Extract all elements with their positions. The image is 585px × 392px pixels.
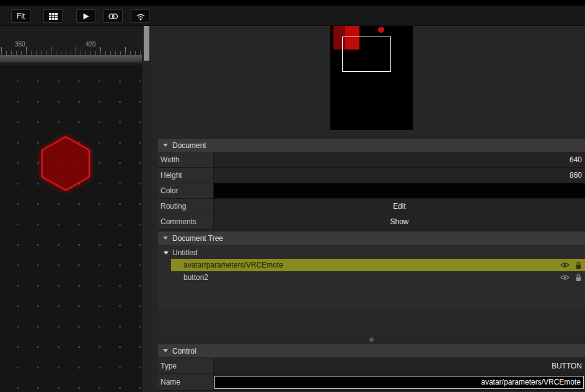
document-section-title: Document — [172, 141, 206, 150]
property-row-name: Name — [158, 374, 585, 391]
name-input[interactable] — [214, 376, 584, 389]
tree-item-button2[interactable]: button2 — [158, 271, 585, 284]
panel-splitter-handle[interactable] — [369, 338, 374, 342]
tree-root-untitled[interactable]: Untitled — [158, 246, 585, 259]
document-section-header[interactable]: Document — [158, 139, 585, 152]
color-swatch[interactable] — [214, 183, 585, 198]
fit-button-label: Fit — [17, 12, 25, 20]
collapse-arrow-icon — [163, 237, 168, 240]
property-row-color: Color — [158, 183, 585, 199]
height-label: Height — [158, 168, 214, 183]
app-window: Fit — [0, 0, 585, 392]
lock-icon[interactable] — [575, 274, 582, 282]
inspector-panel: Document Width 640 Height 860 Color Rout… — [151, 26, 585, 392]
play-button[interactable] — [76, 9, 95, 23]
tree-empty-stripe — [158, 310, 585, 322]
ruler-band — [0, 55, 142, 63]
ruler-minor-ticks — [1, 51, 142, 55]
horizontal-ruler: 350 420 — [0, 26, 142, 65]
link-icon — [108, 12, 118, 20]
collapse-arrow-icon — [163, 144, 168, 147]
link-button[interactable] — [103, 9, 123, 23]
wireless-icon — [136, 12, 146, 20]
property-row-comments: Comments Show — [158, 214, 585, 230]
property-row-routing: Routing Edit — [158, 199, 585, 214]
canvas-vertical-scrollbar[interactable] — [142, 26, 151, 392]
editor-canvas[interactable]: 350 420 — [0, 26, 142, 392]
play-icon — [82, 12, 90, 20]
preview-artboard[interactable] — [330, 26, 413, 130]
width-label: Width — [158, 152, 214, 167]
tree-item-label: button2 — [183, 273, 208, 282]
grid-icon — [48, 12, 58, 20]
color-label: Color — [158, 183, 214, 198]
visibility-eye-icon[interactable] — [560, 274, 570, 281]
comments-label: Comments — [158, 214, 214, 229]
scrollbar-thumb[interactable] — [144, 26, 149, 61]
expand-arrow-icon — [164, 251, 169, 255]
lock-icon[interactable] — [575, 261, 582, 269]
type-value[interactable]: BUTTON — [214, 359, 585, 373]
name-value-cell — [214, 374, 585, 390]
property-row-type: Type BUTTON — [158, 359, 585, 374]
collapse-arrow-icon — [163, 349, 168, 352]
wireless-button[interactable] — [131, 9, 150, 23]
control-section-title: Control — [172, 347, 196, 355]
toolbar: Fit — [0, 0, 585, 26]
hexagon-node[interactable] — [35, 133, 97, 194]
property-row-height: Height 860 — [158, 168, 585, 183]
type-label: Type — [158, 359, 214, 373]
preview-selection-frame — [342, 37, 391, 72]
tree-empty-stripe — [158, 322, 585, 334]
tree-item-vrcemote[interactable]: avatar/parameters/VRCEmote — [158, 259, 585, 271]
routing-label: Routing — [158, 199, 214, 214]
tree-root-label: Untitled — [172, 248, 198, 257]
control-section-header[interactable]: Control — [158, 344, 585, 357]
document-tree-section-header[interactable]: Document Tree — [158, 232, 585, 245]
document-tree-section-title: Document Tree — [172, 234, 223, 243]
comments-show-button[interactable]: Show — [214, 214, 585, 229]
routing-edit-button[interactable]: Edit — [214, 199, 585, 214]
grid-button[interactable] — [43, 9, 63, 23]
property-row-width: Width 640 — [158, 152, 585, 168]
visibility-eye-icon[interactable] — [560, 262, 570, 268]
window-top-strip — [0, 0, 585, 6]
name-label: Name — [158, 374, 214, 390]
canvas-dot-grid — [0, 65, 142, 392]
tree-item-label: avatar/parameters/VRCEmote — [183, 261, 283, 269]
width-value[interactable]: 640 — [214, 152, 585, 167]
fit-button[interactable]: Fit — [11, 9, 30, 23]
preview-red-dot — [378, 27, 384, 33]
height-value[interactable]: 860 — [214, 168, 585, 183]
